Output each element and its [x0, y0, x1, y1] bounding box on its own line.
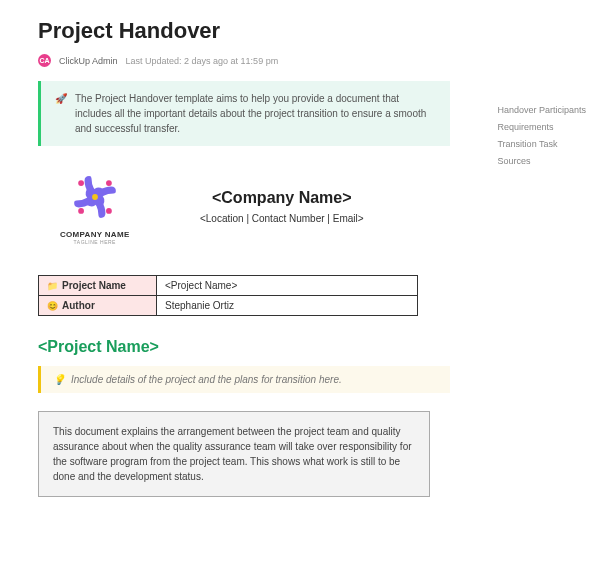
meta-row: CA ClickUp Admin Last Updated: 2 days ag…: [38, 54, 450, 67]
company-name-placeholder: <Company Name>: [154, 189, 410, 207]
value-author[interactable]: Stephanie Ortiz: [157, 296, 418, 316]
intro-text: The Project Handover template aims to he…: [75, 91, 436, 136]
page-title: Project Handover: [38, 18, 450, 44]
company-block: COMPANY NAME TAGLINE HERE <Company Name>…: [60, 168, 450, 245]
logo-icon: [66, 168, 124, 226]
sidebar-nav: Handover Participants Requirements Trans…: [497, 105, 586, 166]
bulb-icon: 💡: [53, 374, 65, 385]
table-row: 😊Author Stephanie Ortiz: [39, 296, 418, 316]
section-title: <Project Name>: [38, 338, 450, 356]
intro-banner: 🚀 The Project Handover template aims to …: [38, 81, 450, 146]
nav-sources[interactable]: Sources: [497, 156, 586, 166]
nav-transition-task[interactable]: Transition Task: [497, 139, 586, 149]
logo-name: COMPANY NAME: [60, 230, 130, 239]
logo: COMPANY NAME TAGLINE HERE: [60, 168, 130, 245]
svg-point-2: [78, 208, 84, 214]
hint-text: Include details of the project and the p…: [71, 374, 342, 385]
smile-icon: 😊: [47, 301, 58, 311]
svg-point-4: [92, 194, 98, 200]
company-sub-placeholder: <Location | Contact Number | Email>: [154, 213, 410, 224]
nav-requirements[interactable]: Requirements: [497, 122, 586, 132]
svg-point-0: [106, 180, 112, 186]
label-project-name: Project Name: [62, 280, 126, 291]
logo-tagline: TAGLINE HERE: [74, 239, 116, 245]
avatar: CA: [38, 54, 51, 67]
label-author: Author: [62, 300, 95, 311]
hint-banner: 💡 Include details of the project and the…: [38, 366, 450, 393]
value-project-name[interactable]: <Project Name>: [157, 276, 418, 296]
rocket-icon: 🚀: [55, 91, 67, 136]
folder-icon: 📁: [47, 281, 58, 291]
nav-handover-participants[interactable]: Handover Participants: [497, 105, 586, 115]
last-updated: Last Updated: 2 days ago at 11:59 pm: [126, 56, 279, 66]
table-row: 📁Project Name <Project Name>: [39, 276, 418, 296]
svg-point-1: [106, 208, 112, 214]
svg-point-3: [78, 180, 84, 186]
author-name: ClickUp Admin: [59, 56, 118, 66]
description-box[interactable]: This document explains the arrangement b…: [38, 411, 430, 497]
info-table: 📁Project Name <Project Name> 😊Author Ste…: [38, 275, 418, 316]
